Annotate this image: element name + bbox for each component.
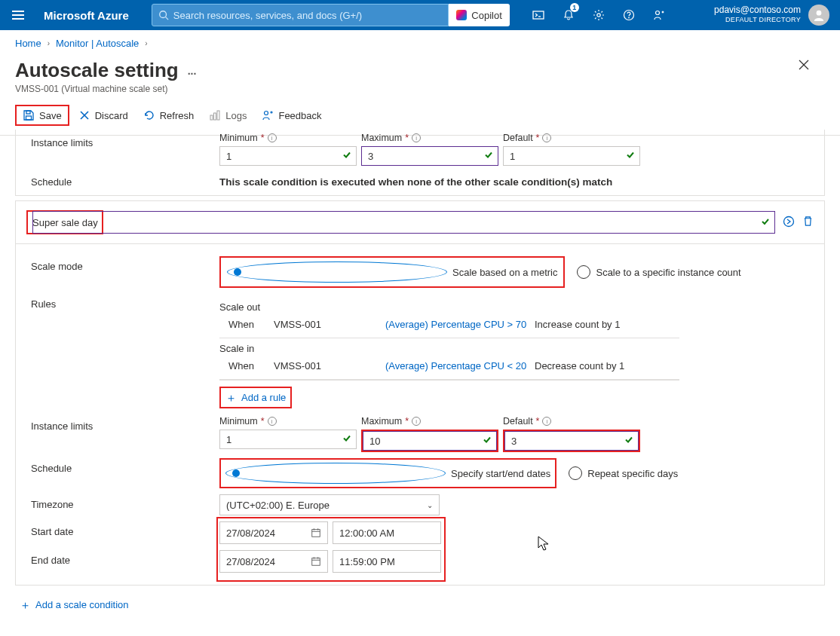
radio-scale-metric[interactable]: Scale based on a metric	[227, 261, 557, 283]
rule-condition-link[interactable]: (Average) Percentage CPU > 70	[385, 319, 535, 330]
label-instance-limits: Instance limits	[16, 416, 219, 436]
check-icon	[761, 217, 770, 226]
search-placeholder: Search resources, services, and docs (G+…	[173, 10, 362, 21]
info-icon[interactable]: i	[268, 133, 277, 142]
help-button[interactable]	[614, 0, 644, 30]
svg-point-8	[662, 11, 664, 13]
account-directory: DEFAULT DIRECTORY	[714, 15, 801, 25]
info-icon[interactable]: i	[412, 417, 421, 426]
blade-content[interactable]: Instance limits Minimum * i 1 Maximum * …	[0, 130, 840, 636]
cond2-default-input[interactable]: 3	[504, 431, 639, 451]
radio-selected-icon	[225, 463, 446, 484]
check-icon	[624, 436, 633, 445]
check-icon	[626, 151, 635, 160]
add-scale-condition-button[interactable]: ＋ Add a scale condition	[15, 590, 825, 622]
copilot-button[interactable]: Copilot	[449, 4, 509, 26]
check-icon	[342, 151, 351, 160]
logs-icon	[209, 109, 221, 121]
cond2-min-input[interactable]: 1	[219, 430, 357, 449]
label-scale-mode: Scale mode	[16, 256, 219, 277]
chevron-right-icon: ›	[145, 39, 147, 47]
discard-button[interactable]: Discard	[72, 106, 134, 124]
settings-button[interactable]	[584, 0, 614, 30]
check-icon	[484, 151, 493, 160]
avatar	[808, 5, 829, 26]
end-time-input[interactable]: 11:59:00 PM	[333, 550, 441, 573]
radio-scale-count[interactable]: Scale to a specific instance count	[577, 265, 740, 279]
notifications-button[interactable]: 1	[553, 0, 584, 30]
person-feedback-icon	[653, 9, 665, 21]
notification-badge: 1	[570, 3, 579, 12]
trash-icon	[802, 216, 814, 227]
start-date-input[interactable]: 27/08/2024	[219, 521, 328, 544]
label-schedule: Schedule	[16, 172, 219, 192]
rule-condition-link[interactable]: (Average) Percentage CPU < 20	[385, 360, 535, 372]
info-icon[interactable]: i	[542, 133, 551, 142]
logs-button[interactable]: Logs	[203, 106, 253, 124]
crumb-monitor[interactable]: Monitor | Autoscale	[56, 38, 139, 49]
default-max-input[interactable]: 3	[361, 146, 498, 166]
crumb-home[interactable]: Home	[15, 38, 41, 49]
feedback-button[interactable]	[644, 0, 674, 30]
radio-repeat-days[interactable]: Repeat specific days	[569, 466, 678, 480]
default-default-input[interactable]: 1	[503, 146, 640, 166]
copilot-icon	[456, 10, 467, 20]
more-actions-button[interactable]: ···	[188, 68, 197, 80]
svg-rect-18	[217, 111, 219, 120]
svg-rect-2	[533, 11, 544, 19]
svg-rect-22	[312, 530, 320, 537]
svg-point-7	[655, 11, 659, 15]
hamburger-button[interactable]	[3, 0, 33, 30]
hamburger-icon	[12, 11, 24, 20]
cloud-shell-icon	[532, 9, 544, 21]
label-rules: Rules	[16, 294, 219, 314]
save-icon	[23, 109, 35, 121]
global-search[interactable]: Search resources, services, and docs (G+…	[152, 4, 510, 26]
delete-condition-button[interactable]	[802, 216, 814, 229]
scale-out-heading: Scale out	[219, 297, 679, 316]
cloud-shell-button[interactable]	[523, 0, 553, 30]
info-icon[interactable]: i	[268, 417, 277, 426]
avatar-icon	[812, 8, 826, 22]
chevron-down-icon: ⌄	[427, 501, 433, 509]
svg-point-6	[628, 17, 629, 18]
close-blade-button[interactable]	[798, 59, 810, 73]
close-icon	[798, 59, 810, 71]
svg-line-1	[165, 17, 168, 20]
cond2-max-input[interactable]: 10	[363, 431, 497, 451]
svg-point-4	[597, 14, 600, 17]
account-area[interactable]: pdavis@contoso.com DEFAULT DIRECTORY	[714, 5, 837, 26]
save-button[interactable]: Save	[17, 106, 68, 124]
top-icon-group: 1	[523, 0, 674, 30]
radio-specify-dates[interactable]: Specify start/end dates	[225, 463, 550, 484]
end-date-input[interactable]: 27/08/2024	[219, 550, 328, 573]
label-end-date: End date	[16, 550, 219, 570]
page-title: Autoscale setting	[15, 59, 179, 82]
feedback-toolbar-button[interactable]: Feedback	[256, 106, 327, 124]
check-icon	[483, 436, 492, 445]
svg-rect-26	[312, 558, 320, 566]
scale-in-heading: Scale in	[219, 338, 679, 357]
timezone-select[interactable]: (UTC+02:00) E. Europe ⌄	[219, 494, 440, 515]
rule-row: When VMSS-001 (Average) Percentage CPU >…	[219, 316, 679, 338]
calendar-icon	[311, 527, 321, 538]
search-icon	[158, 10, 169, 20]
label-schedule: Schedule	[16, 458, 219, 479]
start-time-input[interactable]: 12:00:00 AM	[333, 521, 441, 544]
condition-name-input[interactable]	[32, 211, 775, 234]
refresh-button[interactable]: Refresh	[137, 106, 201, 124]
svg-point-19	[265, 112, 268, 115]
default-schedule-text: This scale condition is executed when no…	[219, 172, 824, 192]
discard-icon	[78, 109, 90, 121]
apply-name-button[interactable]	[783, 216, 795, 230]
svg-rect-17	[214, 113, 216, 120]
label-timezone: Timezone	[16, 494, 219, 515]
info-icon[interactable]: i	[412, 133, 421, 142]
chevron-right-icon: ›	[48, 39, 50, 47]
svg-point-21	[784, 216, 794, 226]
default-min-input[interactable]: 1	[219, 146, 357, 166]
info-icon[interactable]: i	[542, 417, 551, 426]
svg-rect-12	[26, 111, 30, 114]
add-rule-button[interactable]: ＋ Add a rule	[221, 388, 290, 407]
label-instance-limits: Instance limits	[16, 133, 219, 153]
